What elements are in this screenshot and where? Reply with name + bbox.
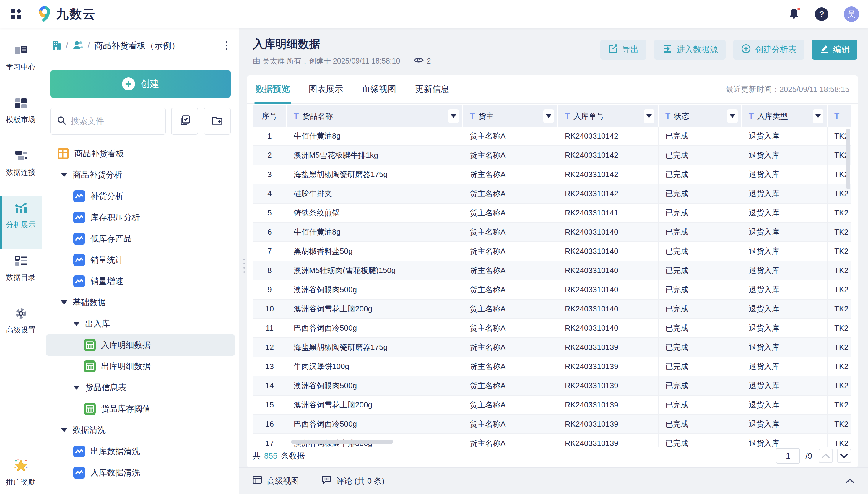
caret-down-icon[interactable] bbox=[73, 385, 80, 390]
edit-button[interactable]: 编辑 bbox=[812, 40, 857, 60]
prev-page-button[interactable] bbox=[819, 449, 833, 463]
column-dropdown-icon[interactable] bbox=[644, 109, 654, 123]
tab-3[interactable]: 更新信息 bbox=[415, 75, 449, 103]
table-cell: RK2403310139 bbox=[558, 396, 659, 414]
batch-select-button[interactable] bbox=[171, 108, 198, 135]
rail-item-data-connection[interactable]: 数据连接 bbox=[0, 144, 42, 196]
create-analysis-button[interactable]: 创建分析表 bbox=[733, 40, 804, 60]
column-dropdown-icon[interactable] bbox=[727, 109, 738, 123]
rail-item-template-market[interactable]: 模板市场 bbox=[0, 91, 42, 144]
rail-item-promo[interactable]: 推广奖励 bbox=[0, 458, 42, 487]
caret-down-icon[interactable] bbox=[61, 301, 67, 305]
tree-item[interactable]: 补货分析 bbox=[46, 186, 235, 207]
tab-0[interactable]: 数据预览 bbox=[255, 75, 290, 103]
enter-datasource-label: 进入数据源 bbox=[677, 44, 718, 55]
table-cell: 已完成 bbox=[659, 223, 742, 241]
table-cell: 已完成 bbox=[659, 357, 742, 376]
table-cell: TK2 bbox=[828, 434, 851, 447]
tree-item[interactable]: 基础数据 bbox=[46, 292, 235, 313]
table-cell: RK2403310140 bbox=[558, 261, 659, 280]
tree-item[interactable]: 库存积压分析 bbox=[46, 207, 235, 228]
advanced-view-button[interactable]: 高级视图 bbox=[252, 475, 299, 487]
tree-item[interactable]: 销量增速 bbox=[46, 271, 235, 292]
tree-item[interactable]: 商品补货分析 bbox=[46, 164, 235, 186]
building-icon[interactable] bbox=[52, 40, 61, 52]
table-cell: 退货入库 bbox=[742, 415, 828, 433]
tree-item[interactable]: 入库数据清洗 bbox=[46, 462, 235, 483]
help-icon[interactable]: ? bbox=[815, 7, 828, 21]
breadcrumb-title[interactable]: 商品补货看板（示例） bbox=[94, 40, 180, 52]
top-bar: 九数云 ? 吴 bbox=[0, 0, 868, 28]
table-cell: 巴西谷饲西冷500g bbox=[287, 415, 463, 433]
comments-button[interactable]: 评论 (共 0 条) bbox=[322, 475, 385, 487]
avatar[interactable]: 吴 bbox=[844, 6, 859, 22]
caret-down-icon[interactable] bbox=[61, 428, 67, 432]
rail-item-data-catalog[interactable]: 数据目录 bbox=[0, 249, 42, 301]
table-icon bbox=[84, 360, 96, 372]
chart-icon bbox=[73, 190, 85, 202]
people-icon[interactable] bbox=[73, 40, 83, 52]
enter-datasource-button[interactable]: 进入数据源 bbox=[654, 40, 726, 60]
table-row: 1牛佰仕黄油8g货主名称ARK2403310142已完成退货入库TK2 bbox=[253, 127, 851, 146]
table-cell: 货主名称A bbox=[463, 300, 558, 318]
tree-item-label: 货品信息表 bbox=[85, 382, 127, 393]
table-cell: 退货入库 bbox=[742, 165, 828, 184]
column-dropdown-icon[interactable] bbox=[543, 109, 554, 123]
notification-bell-icon[interactable] bbox=[788, 8, 799, 21]
page-number-input[interactable] bbox=[776, 448, 800, 463]
horizontal-scrollbar[interactable] bbox=[291, 440, 393, 444]
tree-item[interactable]: 入库明细数据 bbox=[46, 335, 235, 356]
brand-logo[interactable]: 九数云 bbox=[37, 5, 96, 23]
tree-item[interactable]: 出库明细数据 bbox=[46, 356, 235, 377]
chart-icon bbox=[73, 467, 85, 479]
table-cell: 澳洲谷饲雪花上脑200g bbox=[287, 300, 463, 318]
tree-item[interactable]: 商品补货看板 bbox=[46, 143, 235, 164]
rail-item-label: 高级设置 bbox=[6, 325, 36, 335]
rail-item-analysis-display[interactable]: 分析展示 bbox=[0, 196, 42, 249]
table-cell: 已完成 bbox=[659, 338, 742, 357]
export-button[interactable]: 导出 bbox=[600, 40, 647, 60]
panel-resize-handle[interactable] bbox=[242, 257, 247, 274]
table-cell: 7 bbox=[253, 242, 287, 261]
create-button[interactable]: + 创建 bbox=[50, 70, 231, 97]
tab-2[interactable]: 血缘视图 bbox=[362, 75, 396, 103]
column-header: T入库单号 bbox=[558, 106, 659, 127]
tree-item[interactable]: 出库数据清洗 bbox=[46, 441, 235, 462]
tree-item[interactable]: 出入库 bbox=[46, 313, 235, 335]
tree-item[interactable]: 低库存产品 bbox=[46, 228, 235, 249]
tree-item[interactable]: 数据清洗 bbox=[46, 420, 235, 441]
more-options-icon[interactable] bbox=[223, 39, 230, 52]
new-folder-button[interactable] bbox=[204, 108, 231, 135]
table-cell: 货主名称A bbox=[463, 146, 558, 165]
table-row: 15澳洲谷饲雪花上脑200g货主名称ARK2403310139已完成退货入库TK… bbox=[253, 396, 851, 415]
tree-item[interactable]: 货品信息表 bbox=[46, 377, 235, 398]
column-label: 状态 bbox=[674, 111, 689, 121]
table-cell: 退货入库 bbox=[742, 146, 828, 165]
table-cell: 铸铁条纹煎锅 bbox=[287, 204, 463, 222]
table-cell: 17 bbox=[253, 434, 287, 447]
collapse-panel-icon[interactable] bbox=[845, 478, 855, 484]
rail-item-settings[interactable]: 高级设置 bbox=[0, 301, 42, 354]
view-count-value: 2 bbox=[427, 57, 431, 65]
table-cell: TK2 bbox=[828, 338, 851, 357]
caret-down-icon[interactable] bbox=[61, 173, 67, 177]
search-input[interactable] bbox=[71, 116, 159, 126]
learning-icon bbox=[14, 43, 28, 58]
column-dropdown-icon[interactable] bbox=[448, 109, 459, 123]
apps-grid-icon[interactable] bbox=[9, 7, 23, 21]
tab-1[interactable]: 图表展示 bbox=[309, 75, 343, 103]
table-row: 7黑胡椒香料盐50g货主名称ARK2403310140已完成退货入库TK2 bbox=[253, 242, 851, 261]
tree-item[interactable]: 货品库存阈值 bbox=[46, 398, 235, 420]
rail-item-learning[interactable]: 学习中心 bbox=[0, 38, 42, 91]
next-page-button[interactable] bbox=[837, 449, 851, 463]
table-cell: TK2 bbox=[828, 319, 851, 337]
vertical-scrollbar[interactable] bbox=[846, 129, 850, 189]
search-box bbox=[50, 108, 166, 135]
caret-down-icon[interactable] bbox=[73, 322, 80, 326]
edit-button-label: 编辑 bbox=[833, 44, 850, 55]
table-cell: TK2 bbox=[828, 223, 851, 241]
column-dropdown-icon[interactable] bbox=[813, 109, 823, 123]
tree-item[interactable]: 销量统计 bbox=[46, 249, 235, 271]
table-cell: 退货入库 bbox=[742, 357, 828, 376]
column-label: 入库类型 bbox=[757, 111, 788, 121]
